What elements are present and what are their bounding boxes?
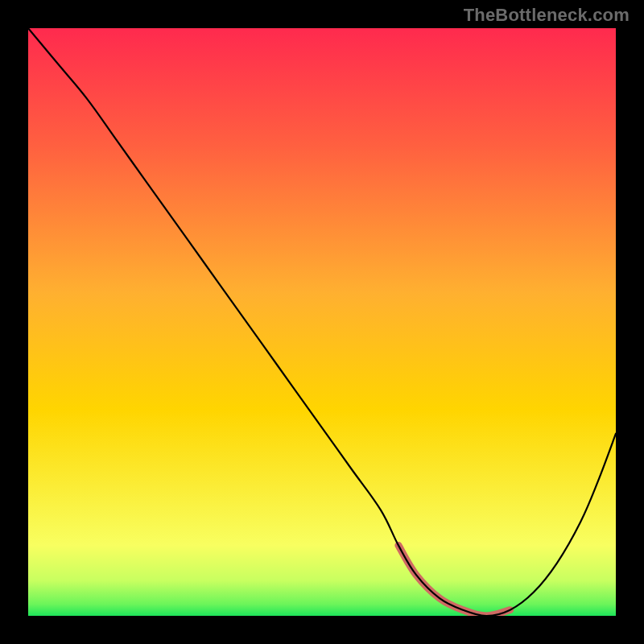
plot-area (28, 28, 616, 616)
watermark-label: TheBottleneck.com (464, 5, 630, 26)
chart-svg (28, 28, 616, 616)
chart-container: TheBottleneck.com (0, 0, 644, 644)
gradient-background (28, 28, 616, 616)
